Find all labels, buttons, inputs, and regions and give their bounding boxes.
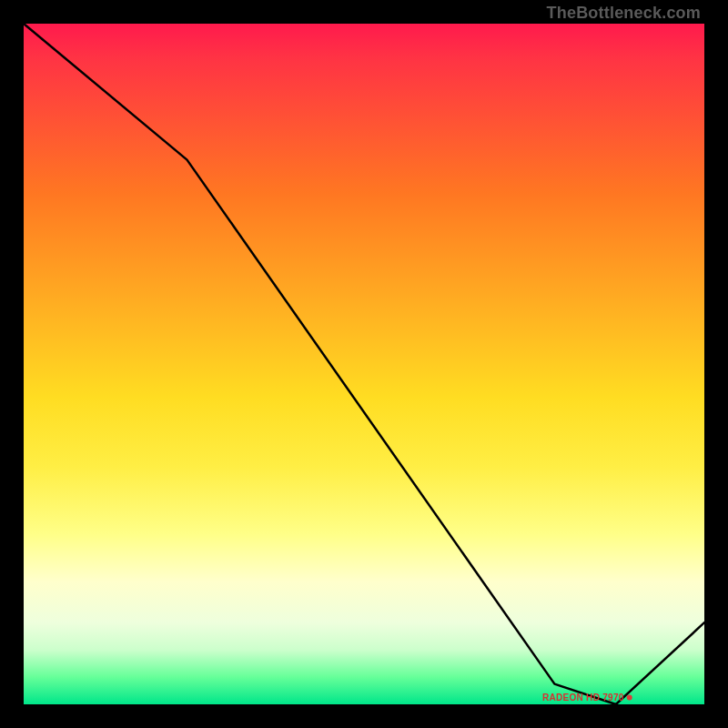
chart-container: TheBottleneck.com RADEON HD 7970 xyxy=(0,0,728,728)
watermark-text: TheBottleneck.com xyxy=(547,4,701,23)
plot-gradient-background xyxy=(24,24,704,704)
